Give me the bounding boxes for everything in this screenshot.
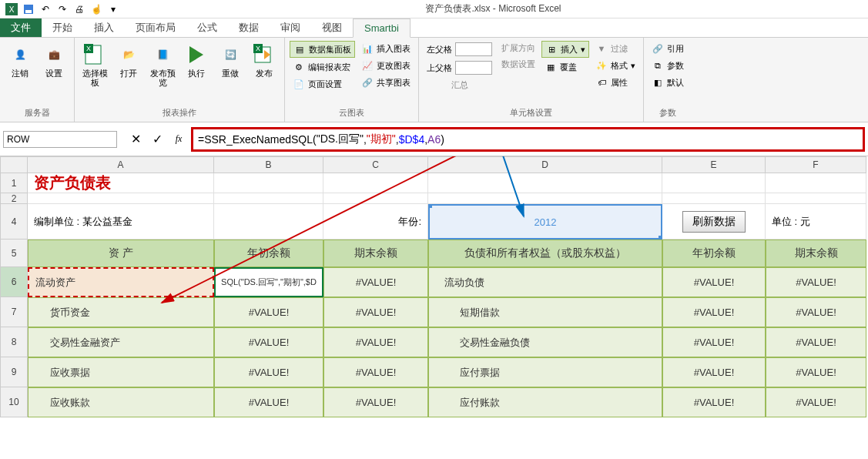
cell-D8[interactable]: 交易性金融负债 (428, 327, 662, 357)
cell-B10[interactable]: #VALUE! (214, 387, 323, 417)
cell-F7[interactable]: #VALUE! (766, 297, 866, 327)
cell-A5[interactable]: 资 产 (28, 240, 214, 267)
cell-D1[interactable] (428, 173, 662, 193)
tab-file[interactable]: 文件 (0, 18, 42, 37)
col-header-E[interactable]: E (662, 156, 766, 173)
left-parent-row[interactable]: 左父格 (424, 41, 495, 58)
cell-B1[interactable] (214, 173, 323, 193)
cell-F6[interactable]: #VALUE! (766, 267, 866, 297)
cell-B5[interactable]: 年初余额 (214, 240, 323, 267)
cell-B6[interactable]: SQL("DS.回写","期初",$D (214, 267, 323, 297)
col-header-B[interactable]: B (214, 156, 323, 173)
cell-A9[interactable]: 应收票据 (28, 357, 214, 387)
cell-C10[interactable]: #VALUE! (323, 387, 428, 417)
overwrite-button[interactable]: ▦覆盖 (541, 59, 589, 75)
row-header-5[interactable]: 5 (0, 240, 28, 267)
row-header-7[interactable]: 7 (0, 297, 28, 327)
cell-D6[interactable]: 流动负债 (428, 267, 662, 297)
cell-E9[interactable]: #VALUE! (662, 357, 766, 387)
row-header-4[interactable]: 4 (0, 204, 28, 240)
top-parent-input[interactable] (455, 61, 492, 75)
touch-icon[interactable]: ☝ (89, 2, 103, 16)
tab-home[interactable]: 开始 (42, 18, 83, 37)
filter-button[interactable]: ▼过滤 (592, 41, 638, 56)
cell-B9[interactable]: #VALUE! (214, 357, 323, 387)
cancel-formula-button[interactable]: ✕ (126, 131, 145, 148)
cell-C9[interactable]: #VALUE! (323, 357, 428, 387)
left-parent-input[interactable] (455, 42, 492, 56)
refresh-button[interactable]: 刷新数据 (682, 211, 746, 233)
param-button[interactable]: ⧉参数 (648, 58, 687, 73)
cell-E6[interactable]: #VALUE! (662, 267, 766, 297)
accept-formula-button[interactable]: ✓ (148, 131, 166, 148)
name-box[interactable] (3, 131, 117, 148)
row-header-1[interactable]: 1 (0, 173, 28, 193)
cell-A8[interactable]: 交易性金融资产 (28, 327, 214, 357)
undo-icon[interactable]: ↶ (39, 2, 52, 16)
publish-preview-button[interactable]: 📘发布预览 (147, 41, 178, 89)
execute-button[interactable]: 执行 (181, 41, 212, 79)
settings-button[interactable]: 💼设置 (39, 41, 69, 79)
top-parent-row[interactable]: 上父格 (424, 59, 495, 76)
cell-D7[interactable]: 短期借款 (428, 297, 662, 327)
cell-F4[interactable]: 单位 : 元 (766, 204, 866, 240)
insert-chart-button[interactable]: 📊插入图表 (358, 41, 414, 56)
row-header-8[interactable]: 8 (0, 327, 28, 357)
change-chart-button[interactable]: 📈更改图表 (358, 58, 414, 73)
attr-button[interactable]: 🏷属性 (592, 75, 638, 90)
cell-A10[interactable]: 应收账款 (28, 387, 214, 417)
cell-C6[interactable]: #VALUE! (323, 267, 428, 297)
share-chart-button[interactable]: 🔗共享图表 (358, 75, 414, 90)
tab-smartbi[interactable]: Smartbi (353, 18, 411, 38)
cell-E1[interactable] (662, 173, 766, 193)
cell-D5[interactable]: 负债和所有者权益（或股东权益） (428, 240, 662, 267)
row-header-2[interactable]: 2 (0, 193, 28, 204)
cell-C5[interactable]: 期末余额 (323, 240, 428, 267)
row-header-6[interactable]: 6 (0, 267, 28, 297)
select-all-corner[interactable] (0, 156, 28, 173)
page-setup-button[interactable]: 📄页面设置 (290, 76, 355, 92)
col-header-F[interactable]: F (766, 156, 866, 173)
choose-template-button[interactable]: X选择模板 (79, 41, 110, 89)
cell-B7[interactable]: #VALUE! (214, 297, 323, 327)
format-button[interactable]: ✨格式▾ (592, 58, 638, 73)
default-button[interactable]: ◧默认 (648, 75, 687, 90)
cell-E5[interactable]: 年初余额 (662, 240, 766, 267)
cell-E10[interactable]: #VALUE! (662, 387, 766, 417)
cell-C1[interactable] (323, 173, 428, 193)
print-preview-icon[interactable]: 🖨 (72, 2, 86, 16)
tab-formula[interactable]: 公式 (186, 18, 228, 37)
cell-E4[interactable]: 刷新数据 (662, 204, 766, 240)
row-header-9[interactable]: 9 (0, 357, 28, 387)
cell-E8[interactable]: #VALUE! (662, 327, 766, 357)
cell-D4[interactable]: 2012 (428, 204, 662, 240)
save-icon[interactable] (22, 2, 35, 16)
publish-button[interactable]: X发布 (249, 41, 280, 79)
cell-B4[interactable] (214, 204, 323, 240)
cell-F1[interactable] (766, 173, 866, 193)
tab-view[interactable]: 视图 (311, 18, 353, 37)
cell-D10[interactable]: 应付账款 (428, 387, 662, 417)
cell-C8[interactable]: #VALUE! (323, 327, 428, 357)
cell-A2[interactable] (28, 193, 214, 204)
cell-F10[interactable]: #VALUE! (766, 387, 866, 417)
tab-layout[interactable]: 页面布局 (125, 18, 186, 37)
row-header-10[interactable]: 10 (0, 387, 28, 417)
tab-review[interactable]: 审阅 (270, 18, 311, 37)
cell-A6[interactable]: 流动资产 (28, 267, 214, 297)
tab-insert[interactable]: 插入 (83, 18, 125, 37)
cell-C7[interactable]: #VALUE! (323, 297, 428, 327)
cell-F9[interactable]: #VALUE! (766, 357, 866, 387)
cell-D9[interactable]: 应付票据 (428, 357, 662, 387)
col-header-C[interactable]: C (323, 156, 428, 173)
tab-data[interactable]: 数据 (228, 18, 270, 37)
redo-button[interactable]: 🔄重做 (215, 41, 246, 79)
fx-button[interactable]: fx (169, 131, 188, 148)
data-panel-button[interactable]: ▤数据集面板 (290, 41, 355, 58)
open-button[interactable]: 📂打开 (113, 41, 144, 79)
cell-B8[interactable]: #VALUE! (214, 327, 323, 357)
cell-F8[interactable]: #VALUE! (766, 327, 866, 357)
qat-more-icon[interactable]: ▾ (106, 2, 120, 16)
logout-button[interactable]: 👤注销 (5, 41, 35, 79)
col-header-D[interactable]: D (428, 156, 662, 173)
